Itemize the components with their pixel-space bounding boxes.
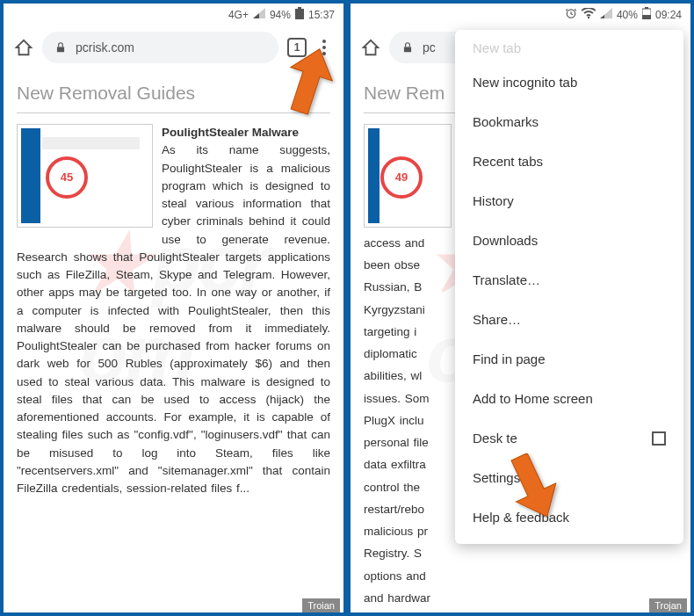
clock: 15:37 — [308, 9, 335, 21]
menu-item-recent-tabs[interactable]: Recent tabs — [455, 141, 683, 181]
wifi-icon — [582, 8, 596, 21]
home-icon[interactable] — [14, 38, 33, 57]
svg-point-4 — [588, 17, 589, 18]
battery-icon — [295, 7, 304, 22]
battery-pct: 94% — [270, 9, 291, 21]
svg-rect-7 — [642, 15, 651, 19]
menu-item-bookmarks[interactable]: Bookmarks — [455, 102, 683, 141]
menu-item-new-incognito[interactable]: New incognito tab — [455, 62, 683, 102]
menu-item-history[interactable]: History — [455, 181, 683, 221]
status-bar: 4G+ 94% 15:37 — [4, 4, 343, 25]
menu-item-downloads[interactable]: Downloads — [455, 221, 683, 260]
menu-item-new-tab[interactable]: New tab — [455, 37, 683, 62]
lock-icon — [401, 41, 414, 54]
phone-right: pcr om 40% 09:24 — [347, 0, 694, 616]
pointer-arrow-menu — [284, 43, 336, 121]
signal-icon — [600, 8, 612, 21]
url-text: pc — [423, 40, 436, 54]
lock-icon — [54, 41, 67, 54]
menu-item-translate[interactable]: Translate… — [455, 260, 683, 300]
article-thumbnail[interactable]: 45 — [17, 124, 153, 228]
article-thumbnail[interactable]: 49 — [364, 124, 452, 228]
menu-item-find-in-page[interactable]: Find in page — [455, 339, 683, 379]
status-bar: 40% 09:24 — [351, 4, 690, 25]
svg-rect-0 — [298, 7, 301, 9]
menu-item-desktop-site[interactable]: Desk te — [455, 418, 683, 458]
svg-rect-8 — [404, 47, 411, 52]
menu-item-settings[interactable]: Settings — [455, 458, 683, 497]
signal-icon — [253, 8, 265, 21]
page-content: New Removal Guides 45 PoulightStealer Ma… — [4, 69, 343, 511]
category-tag[interactable]: Troian — [302, 598, 340, 612]
url-text: pcrisk.com — [76, 40, 134, 54]
phone-left: pcr om 4G+ 94% 15:37 pcrisk.com 1 — [0, 0, 347, 616]
battery-pct: 40% — [617, 9, 638, 21]
battery-icon — [642, 7, 651, 22]
alarm-icon — [565, 7, 577, 22]
category-tag[interactable]: Trojan — [649, 598, 687, 612]
network-indicator: 4G+ — [228, 9, 249, 21]
gauge-value: 45 — [46, 156, 88, 199]
menu-item-help-feedback[interactable]: Help & feedback — [455, 497, 683, 537]
pointer-arrow-settings — [508, 453, 560, 532]
article-title: PoulightStealer Malware — [162, 126, 299, 139]
svg-rect-1 — [295, 9, 304, 19]
browser-overflow-menu: New tab New incognito tabBookmarksRecent… — [455, 30, 683, 544]
svg-rect-2 — [57, 47, 64, 52]
article[interactable]: 45 PoulightStealer Malware As its name s… — [17, 124, 330, 497]
checkbox-icon[interactable] — [652, 431, 666, 446]
home-icon[interactable] — [361, 38, 380, 57]
menu-item-share[interactable]: Share… — [455, 300, 683, 339]
menu-item-add-to-home[interactable]: Add to Home screen — [455, 379, 683, 418]
gauge-value: 49 — [380, 156, 423, 199]
clock: 09:24 — [655, 9, 682, 21]
menu-label-desktop: Desk te — [473, 431, 517, 446]
url-bar[interactable]: pcrisk.com — [42, 32, 278, 63]
